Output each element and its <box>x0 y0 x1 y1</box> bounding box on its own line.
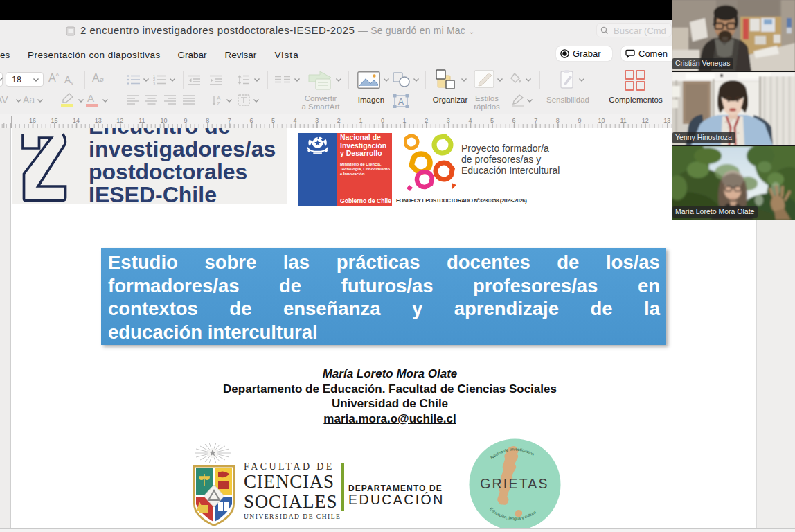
svg-text:Z: Z <box>217 100 220 106</box>
svg-text:GRIETAS: GRIETAS <box>480 476 549 491</box>
svg-text:3: 3 <box>153 82 155 86</box>
